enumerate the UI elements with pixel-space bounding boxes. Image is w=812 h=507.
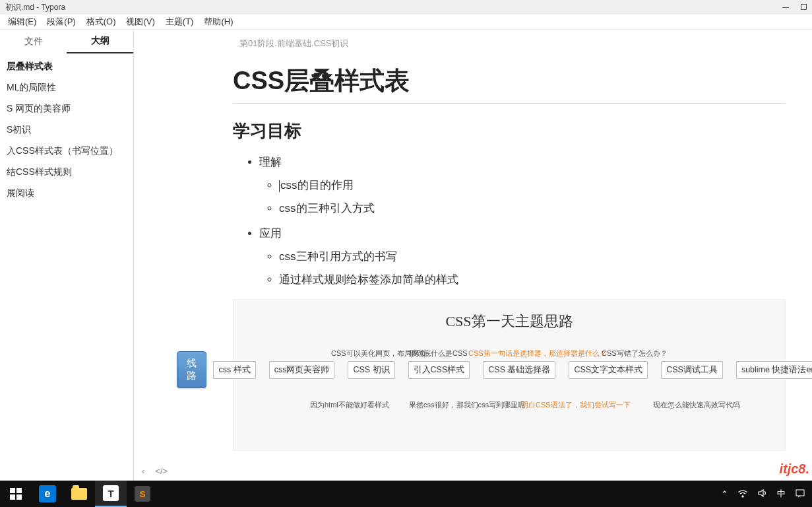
minimize-button[interactable] [782, 3, 789, 12]
menubar: 编辑(E) 段落(P) 格式(O) 视图(V) 主题(T) 帮助(H) [0, 15, 812, 30]
content-footer: ‹ </> [134, 461, 812, 481]
task-typora[interactable]: T [95, 481, 127, 507]
source-mode-icon[interactable]: </> [155, 466, 168, 476]
outline-item[interactable]: S 网页的美容师 [0, 98, 133, 119]
svg-rect-1 [16, 488, 22, 493]
outline-item[interactable]: ML的局限性 [0, 77, 133, 98]
outline-item[interactable]: 展阅读 [0, 183, 133, 204]
list-item[interactable]: 通过样式规则给标签添加简单的样式 [279, 271, 786, 288]
mm-note: 现在怎么能快速高效写代码 [653, 400, 740, 410]
list-label: 理解 [259, 156, 282, 168]
doc-h2-goal[interactable]: 学习目标 [233, 119, 786, 143]
sidebar-tab-outline[interactable]: 大纲 [67, 30, 133, 53]
menu-view[interactable]: 视图(V) [121, 15, 160, 29]
task-sublime[interactable]: S [127, 481, 158, 507]
mindmap-row: 线路 css 样式 css网页美容师 CSS 初识 引入CSS样式 CSS 基础… [245, 351, 773, 388]
edge-icon: e [39, 485, 56, 502]
list-item[interactable]: css的目的作用 [279, 176, 786, 194]
outline-item[interactable]: 结CSS样式规则 [0, 162, 133, 183]
list-item[interactable]: css三种引用方式的书写 [279, 248, 786, 265]
content-area: 第01阶段.前端基础.CSS初识 CSS层叠样式表 学习目标 理解 css的目的… [134, 30, 812, 481]
mindmap-image: CSS第一天主题思路 CSS可以美化网页，布局网页 那到底什么是CSS CSS第… [233, 299, 786, 451]
taskbar: e T S ⌃ 中 [0, 481, 812, 507]
goal-list: 理解 css的目的作用 css的三种引入方式 应用 css三种引用方式的书写 通… [233, 153, 786, 288]
editor[interactable]: 第01阶段.前端基础.CSS初识 CSS层叠样式表 学习目标 理解 css的目的… [134, 30, 812, 461]
volume-icon[interactable] [757, 488, 768, 500]
mm-note: 因为html不能做好看样式 [310, 400, 389, 410]
list-item[interactable]: css的三种引入方式 [279, 199, 786, 217]
menu-format[interactable]: 格式(O) [81, 15, 121, 29]
mindmap-node: css 样式 [213, 361, 255, 379]
mindmap-node: CSS文字文本样式 [569, 361, 648, 379]
wifi-icon[interactable] [737, 488, 748, 500]
outline-item[interactable]: S初识 [0, 119, 133, 141]
list-item[interactable]: 理解 css的目的作用 css的三种引入方式 [259, 153, 786, 218]
menu-help[interactable]: 帮助(H) [199, 15, 238, 29]
mindmap-node: sublime 快捷语法emment [736, 361, 812, 379]
sub-list: css三种引用方式的书写 通过样式规则给标签添加简单的样式 [259, 248, 786, 288]
doc-h1[interactable]: CSS层叠样式表 [233, 64, 786, 104]
titlebar: 初识.md - Typora [0, 0, 812, 15]
sidebar-tabs: 文件 大纲 [0, 30, 133, 53]
mindmap-node: CSS 初识 [348, 361, 394, 379]
mindmap-node: 引入CSS样式 [408, 361, 470, 379]
mindmap-start: 线路 [177, 351, 206, 388]
menu-edit[interactable]: 编辑(E) [3, 15, 42, 29]
folder-icon [71, 488, 87, 500]
window-title: 初识.md - Typora [5, 2, 65, 13]
taskbar-left: e T S [0, 481, 158, 507]
sidebar: 文件 大纲 层叠样式表 ML的局限性 S 网页的美容师 S初识 入CSS样式表（… [0, 30, 134, 481]
start-button[interactable] [0, 481, 32, 507]
svg-rect-3 [16, 494, 22, 500]
breadcrumb: 第01阶段.前端基础.CSS初识 [239, 30, 786, 53]
sidebar-tab-files[interactable]: 文件 [0, 30, 67, 53]
svg-rect-2 [10, 494, 15, 500]
mm-note: 明白CSS语法了，我们尝试写一下 [521, 400, 631, 410]
system-tray: ⌃ 中 [721, 488, 812, 500]
back-icon[interactable]: ‹ [142, 466, 144, 476]
outline-item[interactable]: 层叠样式表 [0, 56, 133, 77]
mindmap-node: CSS 基础选择器 [483, 361, 555, 379]
mindmap-title: CSS第一天主题思路 [245, 312, 773, 331]
app-body: 文件 大纲 层叠样式表 ML的局限性 S 网页的美容师 S初识 入CSS样式表（… [0, 30, 812, 481]
windows-icon [8, 486, 24, 502]
ime-indicator[interactable]: 中 [777, 488, 786, 500]
text-cursor [279, 180, 280, 192]
mindmap-node: CSS调试工具 [661, 361, 723, 379]
window-controls [782, 3, 807, 12]
task-edge[interactable]: e [32, 481, 63, 507]
svg-rect-4 [796, 490, 804, 496]
mindmap-node: css网页美容师 [269, 361, 335, 379]
sublime-icon: S [135, 486, 150, 502]
menu-theme[interactable]: 主题(T) [160, 15, 199, 29]
task-explorer[interactable] [63, 481, 95, 507]
menu-paragraph[interactable]: 段落(P) [42, 15, 80, 29]
outline-item[interactable]: 入CSS样式表（书写位置） [0, 141, 133, 162]
svg-rect-0 [10, 488, 15, 493]
maximize-button[interactable] [801, 3, 807, 12]
mm-note: 果然css很好，那我们css写到哪里呢 [409, 400, 525, 410]
chevron-up-icon[interactable]: ⌃ [721, 489, 728, 499]
list-item[interactable]: 应用 css三种引用方式的书写 通过样式规则给标签添加简单的样式 [259, 224, 786, 289]
sub-list: css的目的作用 css的三种引入方式 [259, 176, 786, 217]
list-label: 应用 [259, 227, 282, 240]
watermark: itjc8. [779, 461, 809, 477]
outline-list: 层叠样式表 ML的局限性 S 网页的美容师 S初识 入CSS样式表（书写位置） … [0, 53, 133, 207]
notification-icon[interactable] [795, 488, 805, 500]
typora-icon: T [103, 485, 119, 501]
